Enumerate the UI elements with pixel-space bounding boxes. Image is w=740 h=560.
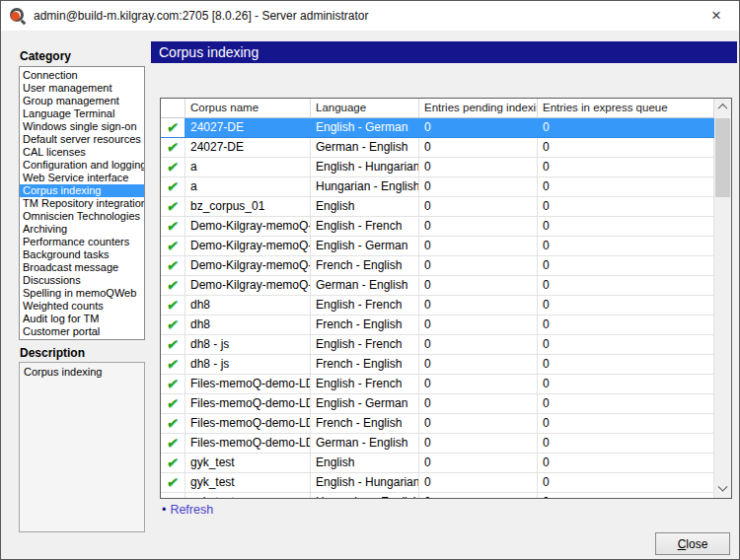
table-row[interactable]: ✔ dh8 French - English 0 0	[161, 315, 714, 335]
sidebar-item[interactable]: Connection	[20, 69, 144, 82]
sidebar-item[interactable]: Language Terminal	[20, 107, 144, 120]
entries-express-cell: 0	[538, 158, 714, 177]
sidebar-item[interactable]: CAL licenses	[20, 146, 144, 159]
entries-express-cell: 0	[538, 118, 714, 138]
sidebar-item[interactable]: Web Service interface	[20, 172, 144, 184]
language-cell: English - French	[311, 296, 419, 315]
table-row[interactable]: ✔ dh8 - js English - French 0 0	[161, 335, 714, 355]
sidebar-item[interactable]: Windows single sign-on	[20, 120, 144, 133]
table-row[interactable]: ✔ a English - Hungarian 0 0	[161, 158, 714, 177]
row-status-cell: ✔	[161, 335, 185, 355]
sidebar-item[interactable]: Default server resources	[20, 133, 144, 146]
column-header-status[interactable]	[161, 99, 185, 118]
column-header-corpus-name[interactable]: Corpus name	[185, 99, 311, 118]
indexed-check-icon: ✔	[165, 217, 180, 236]
entries-pending-cell: 0	[419, 237, 538, 256]
language-cell: Hungarian - English	[311, 493, 419, 499]
entries-express-cell: 0	[538, 177, 714, 197]
sidebar-item[interactable]: TM Repository integration	[20, 197, 144, 210]
language-cell: English - German	[311, 118, 419, 138]
indexed-check-icon: ✔	[165, 335, 180, 354]
table-row[interactable]: ✔ gyk_test Hungarian - English 0 0	[161, 493, 714, 499]
corpus-name-cell: dh8 - js	[185, 355, 311, 375]
scroll-up-icon[interactable]	[714, 99, 731, 115]
entries-express-cell: 0	[538, 493, 714, 499]
sidebar-item[interactable]: Discussions	[20, 274, 144, 287]
sidebar-item[interactable]: Performance counters	[20, 236, 144, 248]
corpus-name-cell: bz_corpus_01	[185, 197, 311, 217]
table-row[interactable]: ✔ Files-memoQ-demo-LD-2015 English - Fre…	[161, 375, 714, 394]
indexed-check-icon: ✔	[165, 276, 180, 295]
entries-pending-cell: 0	[419, 158, 538, 177]
window-close-icon[interactable]: ×	[694, 1, 739, 31]
column-header-entries-pending[interactable]: Entries pending indexing	[419, 99, 538, 118]
row-status-cell: ✔	[161, 197, 185, 217]
entries-pending-cell: 0	[419, 276, 538, 296]
row-status-cell: ✔	[161, 375, 185, 394]
entries-express-cell: 0	[538, 217, 714, 237]
table-row[interactable]: ✔ Files-memoQ-demo-LD-2015 French - Engl…	[161, 414, 714, 434]
sidebar-item[interactable]: Customer portal	[20, 325, 144, 338]
sidebar-item[interactable]: Omniscien Technologies	[20, 210, 144, 223]
table-row[interactable]: ✔ a Hungarian - English 0 0	[161, 177, 714, 197]
entries-express-cell: 0	[538, 256, 714, 276]
entries-pending-cell: 0	[419, 493, 538, 499]
entries-pending-cell: 0	[419, 217, 538, 237]
entries-express-cell: 0	[538, 394, 714, 414]
column-header-entries-express[interactable]: Entries in express queue	[538, 99, 714, 118]
table-row[interactable]: ✔ gyk_test English 0 0	[161, 454, 714, 473]
language-cell: German - English	[311, 138, 419, 158]
entries-pending-cell: 0	[419, 414, 538, 434]
row-status-cell: ✔	[161, 276, 185, 296]
table-row[interactable]: ✔ Files-memoQ-demo-LD-2015 English - Ger…	[161, 394, 714, 414]
table-row[interactable]: ✔ dh8 - js French - English 0 0	[161, 355, 714, 375]
entries-express-cell: 0	[538, 473, 714, 493]
corpus-name-cell: gyk_test	[185, 454, 311, 473]
sidebar-item[interactable]: Group management	[20, 95, 144, 107]
indexed-check-icon: ✔	[165, 414, 180, 433]
sidebar-item[interactable]: Audit log for TM	[20, 313, 144, 325]
sidebar-item[interactable]: Configuration and logging	[20, 159, 144, 172]
corpus-name-cell: Files-memoQ-demo-LD-2015	[185, 394, 311, 414]
table-row[interactable]: ✔ 24027-DE English - German 0 0	[161, 118, 714, 138]
scrollbar-thumb[interactable]	[715, 118, 730, 197]
sidebar-item[interactable]: Broadcast message	[20, 261, 144, 274]
sidebar-item[interactable]: Weighted counts	[20, 300, 144, 313]
sidebar-item[interactable]: Spelling in memoQWeb	[20, 287, 144, 300]
language-cell: English	[311, 197, 419, 217]
sidebar-item[interactable]: Archiving	[20, 223, 144, 236]
refresh-link[interactable]: •Refresh	[162, 503, 213, 517]
sidebar-item[interactable]: User management	[20, 82, 144, 95]
corpus-name-cell: dh8	[185, 315, 311, 335]
table-row[interactable]: ✔ Files-memoQ-demo-LD-2015 German - Engl…	[161, 434, 714, 454]
close-button[interactable]: Close	[655, 532, 730, 555]
entries-pending-cell: 0	[419, 375, 538, 394]
entries-pending-cell: 0	[419, 296, 538, 315]
column-header-language[interactable]: Language	[311, 99, 419, 118]
table-row[interactable]: ✔ Demo-Kilgray-memoQ-LD-2... English - G…	[161, 237, 714, 256]
row-status-cell: ✔	[161, 473, 185, 493]
language-cell: English - German	[311, 394, 419, 414]
table-row[interactable]: ✔ dh8 English - French 0 0	[161, 296, 714, 315]
table-row[interactable]: ✔ Demo-Kilgray-memoQ-LD-2... English - F…	[161, 217, 714, 237]
corpus-name-cell: Demo-Kilgray-memoQ-LD-2...	[185, 237, 311, 256]
row-status-cell: ✔	[161, 355, 185, 375]
table-row[interactable]: ✔ Demo-Kilgray-memoQ-LD-2... German - En…	[161, 276, 714, 296]
indexed-check-icon: ✔	[165, 256, 180, 275]
table-row[interactable]: ✔ bz_corpus_01 English 0 0	[161, 197, 714, 217]
corpus-name-cell: Files-memoQ-demo-LD-2015	[185, 434, 311, 454]
entries-express-cell: 0	[538, 375, 714, 394]
corpus-name-cell: dh8 - js	[185, 335, 311, 355]
table-row[interactable]: ✔ 24027-DE German - English 0 0	[161, 138, 714, 158]
table-row[interactable]: ✔ Demo-Kilgray-memoQ-LD-2... French - En…	[161, 256, 714, 276]
scroll-down-icon[interactable]	[714, 481, 731, 498]
sidebar-item[interactable]: Corpus indexing	[20, 184, 144, 197]
sidebar-item[interactable]: Background tasks	[20, 248, 144, 261]
row-status-cell: ✔	[161, 394, 185, 414]
table-scrollbar[interactable]	[714, 99, 731, 498]
table-row[interactable]: ✔ gyk_test English - Hungarian 0 0	[161, 473, 714, 493]
indexed-check-icon: ✔	[165, 158, 180, 176]
corpus-name-cell: 24027-DE	[185, 138, 311, 158]
language-cell: French - English	[311, 414, 419, 434]
entries-pending-cell: 0	[419, 355, 538, 375]
